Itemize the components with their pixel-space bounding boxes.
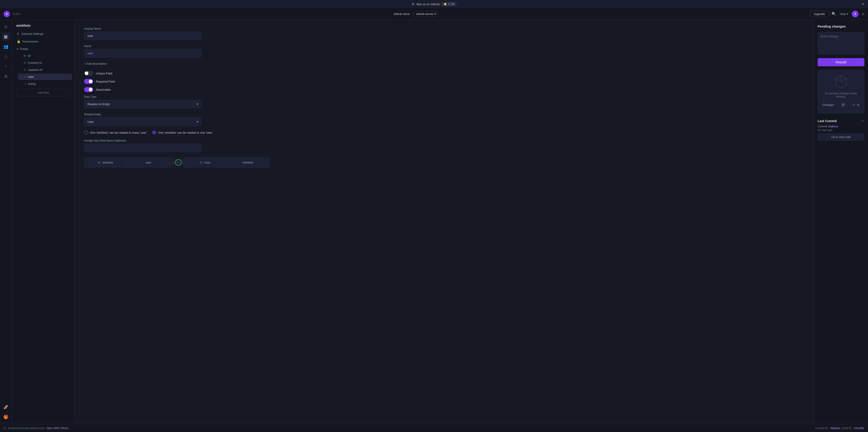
version-label: v1.8.0 — [13, 12, 20, 16]
field-id-label: ID — [28, 54, 31, 57]
delete-icon[interactable]: 🗑 — [857, 103, 860, 107]
commit-hash: o9qllwax — [828, 125, 838, 128]
server-selector[interactable]: airbnb-server ▾ — [414, 11, 438, 17]
relation-diagram: ⊟ wishlists user → ✓ ⊟ User wishlists — [84, 157, 270, 167]
sidebar-icon-users[interactable]: 👥 — [2, 42, 10, 51]
logout-icon[interactable]: ⎋ — [862, 12, 864, 16]
commit-time: 10 days ago — [817, 128, 864, 132]
diagram-label-2: user — [146, 161, 151, 164]
diagram-arrow: → ✓ — [170, 159, 184, 166]
searchable-toggle-row: Searchable — [84, 87, 805, 92]
commit-label: Commit — [817, 125, 828, 128]
sidebar-icon-git[interactable]: ⑂ — [2, 62, 10, 70]
fields-label-text: Fields — [20, 47, 28, 51]
no-changes-text: No pending changes! keep working. — [822, 92, 861, 98]
help-button[interactable]: Help ▾ — [840, 12, 848, 16]
related-entity-group: Related Entity User ▾ — [84, 113, 805, 126]
required-field-toggle[interactable] — [84, 79, 93, 84]
nav-sidebar: wishlists ⚙ General Settings 🔒 Permissio… — [12, 20, 75, 424]
build-message-placeholder: Build message — [820, 35, 838, 38]
user-avatar[interactable]: 3 — [852, 11, 859, 18]
radio-one-circle[interactable] — [152, 131, 156, 135]
add-description-button[interactable]: + Add description — [84, 62, 805, 65]
build-message-area[interactable]: Build message — [817, 32, 864, 55]
sidebar-icon-home[interactable]: ⊙ — [2, 23, 10, 31]
unique-field-toggle[interactable] — [84, 71, 93, 76]
sidebar-icon-deploy[interactable]: 🚀 — [2, 403, 10, 411]
settings-icon: ⚙ — [17, 32, 20, 35]
related-entity-value: User — [84, 118, 193, 126]
star-badge[interactable]: ⭐ 11.0k — [441, 2, 456, 6]
field-item-updated-at[interactable]: ⊙ Updated At — [18, 66, 72, 73]
radio-many-circle[interactable] — [84, 131, 88, 135]
data-type-value: Relation to Entity — [84, 100, 193, 108]
main-content: Display Name Name + Add description Uniq… — [75, 20, 814, 424]
entity-chevron-down-icon[interactable]: ▾ — [193, 118, 202, 126]
diagram-wishlists-1: ⊟ wishlists — [84, 157, 127, 167]
field-item-created-at[interactable]: ⊙ Created At — [18, 59, 72, 66]
commit-id-footer-value: o9qllwax — [830, 427, 840, 430]
sidebar-icon-tags[interactable]: ◇ — [2, 53, 10, 61]
nav-general-settings[interactable]: ⚙ General Settings — [14, 30, 72, 37]
project-switcher: airbnb-clone | airbnb-server ▾ — [394, 11, 438, 17]
header: A v1.8.0 airbnb-clone | airbnb-server ▾ … — [0, 8, 868, 20]
open-github-button[interactable]: Open With Github — [46, 427, 68, 430]
required-field-label: Required Field — [96, 80, 115, 83]
id-icon: ⊞ — [24, 54, 26, 57]
related-entity-select[interactable]: User ▾ — [84, 117, 202, 126]
searchable-toggle[interactable] — [84, 87, 93, 92]
server-name-label: airbnb-server — [416, 12, 434, 16]
unique-field-toggle-row: Unique Field — [84, 71, 805, 76]
changes-count: 0 — [841, 103, 846, 107]
foreign-key-group: Foreign Key Field Name (Optional) — [84, 139, 805, 152]
view-code-button[interactable]: Go to view code — [817, 134, 864, 141]
banner-text: Star us on GitHub — [416, 2, 440, 6]
field-item-user[interactable]: ▭ user — [18, 74, 72, 80]
nav-permissions[interactable]: 🔒 Permissions — [14, 38, 72, 45]
name-input[interactable] — [84, 49, 202, 57]
permissions-label: Permissions — [22, 40, 38, 43]
chevron-down-icon: ▾ — [434, 12, 436, 16]
data-type-select[interactable]: Relation to Entity ▾ — [84, 100, 202, 108]
upgrade-button[interactable]: Upgrade — [810, 11, 829, 17]
diagram-wishlists-2: wishlists — [226, 157, 269, 167]
data-type-label: Data Type — [84, 95, 805, 98]
sidebar-icon-data[interactable]: ▦ — [2, 33, 10, 41]
unique-field-label: Unique Field — [96, 72, 112, 75]
rebuild-button[interactable]: Rebuild — [817, 58, 864, 66]
listing-field-icon: ▭ — [24, 82, 26, 86]
build-id-footer-label: Build ID — [842, 427, 852, 430]
sidebar-icon-settings[interactable]: ⚙ — [2, 73, 10, 81]
arrow-icon: → — [172, 161, 175, 164]
field-item-listing[interactable]: ▭ listing — [18, 81, 72, 87]
name-group: Name — [84, 45, 805, 57]
separator: | — [412, 12, 412, 16]
commit-check-icon: ✓ — [862, 119, 864, 123]
clock2-icon: ⊙ — [24, 68, 26, 71]
search-icon[interactable]: 🔍 — [832, 12, 836, 16]
star-count: 11.0k — [448, 2, 454, 6]
radio-many-label: One 'wishlists' can be related to many '… — [90, 131, 147, 134]
transfer-icon[interactable]: ⇄ — [852, 103, 855, 107]
sidebar-icon-gift[interactable]: 🎁 — [2, 413, 10, 421]
field-item-id[interactable]: ⊞ ID — [18, 53, 72, 59]
close-banner-button[interactable]: ✕ — [862, 2, 864, 6]
star-icon: ⭐ — [443, 2, 447, 6]
last-commit-title: Last Commit — [817, 119, 837, 123]
display-name-input[interactable] — [84, 32, 202, 40]
add-field-button[interactable]: Add field — [16, 89, 70, 96]
field-created-at-label: Created At — [28, 61, 41, 64]
radio-one[interactable]: One 'wishlists' can be related to one 'u… — [152, 131, 213, 135]
foreign-key-input[interactable] — [84, 144, 202, 152]
github-circle-icon: ⊙ — [4, 426, 6, 430]
pending-changes-title: Pending changes — [817, 24, 864, 28]
fields-section[interactable]: ≡ Fields — [14, 46, 72, 53]
icon-sidebar: ⊙ ▦ 👥 ◇ ⑂ ⚙ 🚀 🎁 — [0, 20, 12, 424]
changes-action-icons[interactable]: ⇄ 🗑 — [852, 103, 860, 107]
radio-many[interactable]: One 'wishlists' can be related to many '… — [84, 131, 147, 135]
footer: ⊙ koolkishan/nextjs-airbnb-clone Open Wi… — [0, 424, 868, 432]
searchable-label: Searchable — [96, 88, 111, 91]
chevron-down-icon[interactable]: ▾ — [193, 100, 202, 108]
radio-one-label: One 'wishlists' can be related to one 'u… — [158, 131, 213, 134]
required-field-toggle-row: Required Field — [84, 79, 805, 84]
